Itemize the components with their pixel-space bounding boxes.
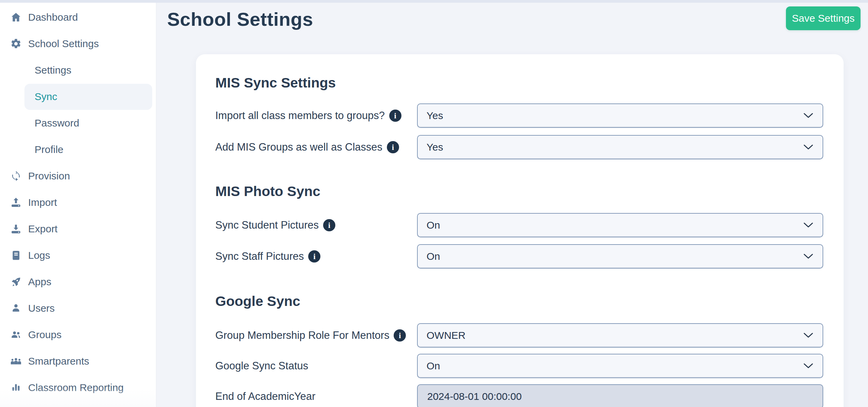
form-row-sync-student-pictures: Sync Student Pictures On [215, 213, 823, 237]
form-row-add-mis-groups: Add MIS Groups as well as Classes Yes [215, 135, 823, 159]
info-icon[interactable] [389, 110, 401, 122]
sidebar-item-school-settings[interactable]: School Settings [0, 31, 156, 57]
form-row-import-class-members: Import all class members to groups? Yes [215, 103, 823, 128]
family-icon [10, 355, 22, 367]
chevron-down-icon [804, 144, 813, 150]
sidebar-item-classroom-reporting[interactable]: Classroom Reporting [0, 374, 156, 401]
sidebar-subitem-label: Settings [35, 64, 71, 76]
sidebar-item-label: Import [28, 197, 57, 208]
sync-student-pictures-select[interactable]: On [417, 213, 823, 237]
field-label-text: End of AcademicYear [215, 390, 315, 403]
select-value: On [427, 251, 440, 262]
field-label-text: Group Membership Role For Mentors [215, 329, 389, 342]
bar-chart-icon [10, 382, 22, 393]
select-value: Yes [427, 141, 443, 153]
field-label: Sync Student Pictures [215, 219, 417, 231]
field-label: Add MIS Groups as well as Classes [215, 141, 417, 153]
field-label-text: Sync Student Pictures [215, 219, 319, 231]
chevron-down-icon [804, 254, 813, 259]
sidebar-item-smartparents[interactable]: Smartparents [0, 348, 156, 374]
sidebar-subitem-label: Password [35, 117, 79, 129]
person-icon [10, 303, 22, 314]
sidebar-item-apps[interactable]: Apps [0, 269, 156, 295]
sidebar-item-import[interactable]: Import [0, 189, 156, 216]
sync-arrows-icon [10, 170, 22, 182]
sidebar-item-label: Smartparents [28, 355, 89, 367]
sidebar-item-dashboard[interactable]: Dashboard [0, 4, 156, 31]
sidebar-subitem-profile[interactable]: Profile [24, 137, 152, 163]
sidebar-subitem-sync-active[interactable]: Sync [24, 84, 152, 110]
top-edge-strip [0, 0, 868, 3]
page-title: School Settings [167, 8, 313, 30]
sidebar-subitem-settings-wrap: Settings [0, 57, 156, 83]
download-icon [10, 223, 22, 235]
sidebar-item-groups[interactable]: Groups [0, 322, 156, 348]
main-content: School Settings Save Settings MIS Sync S… [156, 3, 868, 407]
sidebar-subitem-sync-wrap: Sync [0, 83, 156, 110]
field-label: Import all class members to groups? [215, 110, 417, 122]
chevron-down-icon [804, 222, 813, 228]
select-value: Yes [427, 110, 443, 121]
add-mis-groups-select[interactable]: Yes [417, 135, 823, 159]
info-icon[interactable] [323, 219, 335, 231]
sidebar-item-label: Classroom Reporting [28, 382, 124, 393]
save-settings-button[interactable]: Save Settings [786, 6, 861, 30]
info-icon[interactable] [308, 250, 320, 263]
chevron-down-icon [804, 363, 813, 369]
sidebar-item-users[interactable]: Users [0, 295, 156, 322]
sidebar-item-logs[interactable]: Logs [0, 242, 156, 269]
field-label: Google Sync Status [215, 360, 417, 372]
sidebar: Dashboard School Settings Settings Sync … [0, 3, 156, 407]
sidebar-subitem-label: Sync [35, 91, 57, 102]
section-heading-mis-sync: MIS Sync Settings [215, 75, 823, 91]
sidebar-subitem-profile-wrap: Profile [0, 136, 156, 163]
section-heading-photo-sync: MIS Photo Sync [215, 183, 823, 199]
google-sync-status-select[interactable]: On [417, 354, 823, 378]
field-label-text: Sync Staff Pictures [215, 250, 304, 263]
field-label-text: Import all class members to groups? [215, 110, 385, 122]
chevron-down-icon [804, 113, 813, 118]
sync-staff-pictures-select[interactable]: On [417, 244, 823, 269]
sidebar-subitem-settings[interactable]: Settings [24, 57, 152, 83]
sidebar-item-label: Apps [28, 276, 51, 288]
chevron-down-icon [804, 333, 813, 338]
field-label: Sync Staff Pictures [215, 250, 417, 263]
book-icon [10, 250, 22, 261]
group-membership-role-select[interactable]: OWNER [417, 323, 823, 348]
field-label-text: Add MIS Groups as well as Classes [215, 141, 382, 153]
sidebar-item-label: Users [28, 303, 55, 314]
select-value: On [427, 219, 440, 231]
field-label-text: Google Sync Status [215, 360, 308, 372]
sidebar-item-provision[interactable]: Provision [0, 163, 156, 189]
sidebar-item-label: School Settings [28, 38, 99, 50]
sidebar-subitem-password[interactable]: Password [24, 110, 152, 136]
form-row-google-sync-status: Google Sync Status On [215, 354, 823, 378]
sidebar-item-label: Export [28, 223, 58, 235]
sidebar-item-label: Groups [28, 329, 61, 341]
field-label: End of AcademicYear [215, 390, 417, 403]
sidebar-item-label: Dashboard [28, 12, 78, 23]
form-row-group-membership-role: Group Membership Role For Mentors OWNER [215, 323, 823, 348]
select-value: OWNER [427, 330, 466, 341]
field-label: Group Membership Role For Mentors [215, 329, 417, 342]
home-icon [10, 12, 22, 23]
input-value: 2024-08-01 00:00:00 [427, 391, 522, 402]
rocket-icon [10, 276, 22, 288]
sidebar-item-label: Provision [28, 170, 70, 182]
settings-card: MIS Sync Settings Import all class membe… [196, 54, 844, 407]
import-class-members-select[interactable]: Yes [417, 103, 823, 128]
end-of-academic-year-input[interactable]: 2024-08-01 00:00:00 [417, 384, 823, 407]
sidebar-subitem-password-wrap: Password [0, 110, 156, 136]
sidebar-item-export[interactable]: Export [0, 216, 156, 242]
upload-icon [10, 197, 22, 208]
sidebar-subitem-label: Profile [35, 144, 63, 155]
select-value: On [427, 360, 440, 372]
section-heading-google-sync: Google Sync [215, 293, 823, 309]
form-row-end-of-academic-year: End of AcademicYear 2024-08-01 00:00:00 [215, 384, 823, 407]
sidebar-item-label: Logs [28, 250, 50, 261]
info-icon[interactable] [394, 329, 406, 342]
people-icon [10, 329, 22, 341]
gear-icon [10, 38, 22, 50]
form-row-sync-staff-pictures: Sync Staff Pictures On [215, 244, 823, 269]
info-icon[interactable] [387, 141, 399, 153]
